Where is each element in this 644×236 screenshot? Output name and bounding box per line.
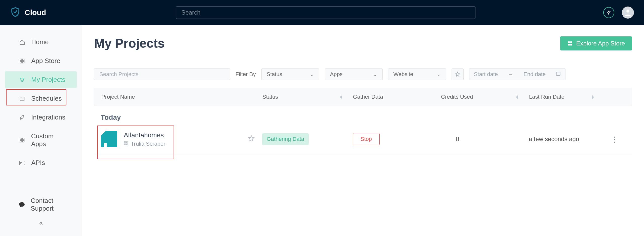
dropdown-label: Website [393,71,413,78]
svg-rect-12 [23,141,24,142]
explore-label: Explore App Store [576,40,625,47]
svg-rect-8 [20,97,24,101]
section-today: Today [101,113,632,122]
home-icon [19,39,26,46]
sidebar-item-label: Schedules [31,95,62,102]
search-input[interactable] [176,6,475,19]
sidebar-item-apis[interactable]: APIs [5,154,77,171]
sidebar-item-label: APIs [31,159,45,167]
arrow-right-icon: → [508,71,513,78]
table-row[interactable]: Atlantahomes Trulia Scraper Gathering Da… [94,124,632,154]
sidebar-item-label: Custom Apps [31,132,69,148]
stop-button[interactable]: Stop [353,133,380,145]
svg-rect-4 [23,61,24,63]
favorite-filter[interactable] [452,68,464,80]
project-cell: Atlantahomes Trulia Scraper [101,131,262,147]
svg-rect-18 [556,72,560,75]
svg-point-0 [626,10,629,13]
project-source: Trulia Scraper [131,141,165,147]
sidebar-item-customapps[interactable]: Custom Apps [5,128,77,152]
sidebar: Home App Store My Projects Schedules Int… [0,25,82,236]
table-header: Project Name Status ▲▼ Gather Data Credi… [94,88,632,106]
collapse-sidebar[interactable] [0,218,82,226]
svg-rect-17 [570,44,572,45]
svg-rect-20 [127,142,128,143]
sidebar-item-myprojects[interactable]: My Projects [5,71,77,88]
status-dropdown[interactable]: Status ⌄ [261,68,319,80]
svg-point-6 [23,78,24,79]
main-content: My Projects Explore App Store Filter By … [82,25,644,236]
svg-rect-13 [19,161,25,165]
svg-rect-15 [570,41,572,43]
svg-rect-16 [568,44,570,45]
chevron-down-icon: ⌄ [436,71,441,78]
svg-rect-19 [124,142,126,143]
svg-rect-11 [20,141,21,142]
branch-icon [19,76,26,83]
sidebar-item-home[interactable]: Home [5,34,77,50]
header-actions [603,7,634,19]
dropdown-label: Apps [330,71,343,78]
svg-rect-3 [20,61,22,63]
project-name: Atlantahomes [124,131,165,139]
chevron-down-icon: ⌄ [373,71,377,78]
svg-rect-10 [23,138,24,140]
date-range-picker[interactable]: Start date → End date [469,68,566,80]
row-menu[interactable]: ⋮ [604,135,624,144]
svg-rect-22 [127,144,128,145]
sidebar-item-label: App Store [31,57,60,65]
filters-bar: Filter By Status ⌄ Apps ⌄ Website ⌄ Star… [94,68,632,80]
sidebar-item-label: My Projects [31,76,65,84]
star-icon[interactable] [248,135,255,143]
calendar-icon [556,71,561,78]
sidebar-item-schedules[interactable]: Schedules [5,90,77,107]
apps-dropdown[interactable]: Apps ⌄ [325,68,383,80]
grid-icon [567,41,573,46]
chat-icon [19,201,25,208]
rocket-icon [19,114,26,121]
svg-rect-14 [568,41,570,43]
start-date-label: Start date [474,71,498,78]
col-credits[interactable]: Credits Used ▲▼ [441,94,529,100]
sidebar-item-label: Home [31,38,49,46]
contact-label: Contact Support [31,197,69,212]
filter-by-label: Filter By [235,71,256,78]
brand-text: Cloud [25,8,46,17]
sort-icon: ▲▼ [515,95,519,99]
shield-icon [10,7,21,18]
chevron-down-icon: ⌄ [309,71,314,78]
svg-rect-1 [20,59,22,60]
calendar-icon [19,95,26,102]
col-status[interactable]: Status ▲▼ [262,94,353,100]
svg-rect-2 [23,59,24,60]
sidebar-item-label: Integrations [31,113,65,121]
page-title: My Projects [94,36,165,51]
status-badge: Gathering Data [262,133,309,145]
sidebar-item-integrations[interactable]: Integrations [5,109,77,126]
sort-icon: ▲▼ [591,95,594,99]
project-icon [101,131,117,147]
project-search-input[interactable] [94,68,230,80]
grid-icon [19,137,25,144]
explore-appstore-button[interactable]: Explore App Store [560,36,632,50]
grid-icon [124,141,128,147]
svg-rect-21 [124,144,126,145]
api-icon [19,159,26,166]
avatar[interactable] [622,7,634,19]
grid-icon [19,57,26,65]
credits-value: 0 [441,136,529,143]
contact-support[interactable]: Contact Support [5,192,77,217]
bolt-icon[interactable] [603,7,614,18]
col-project-name: Project Name [101,94,262,100]
dropdown-label: Status [267,71,282,78]
svg-rect-9 [20,138,21,140]
end-date-label: End date [524,71,546,78]
col-last-run[interactable]: Last Run Date ▲▼ [529,94,605,100]
sidebar-item-appstore[interactable]: App Store [5,52,77,69]
app-header: Cloud [0,0,644,25]
website-dropdown[interactable]: Website ⌄ [388,68,446,80]
sort-icon: ▲▼ [339,95,343,99]
brand: Cloud [10,7,46,18]
svg-point-5 [20,78,21,79]
col-gather-data: Gather Data [353,94,441,100]
